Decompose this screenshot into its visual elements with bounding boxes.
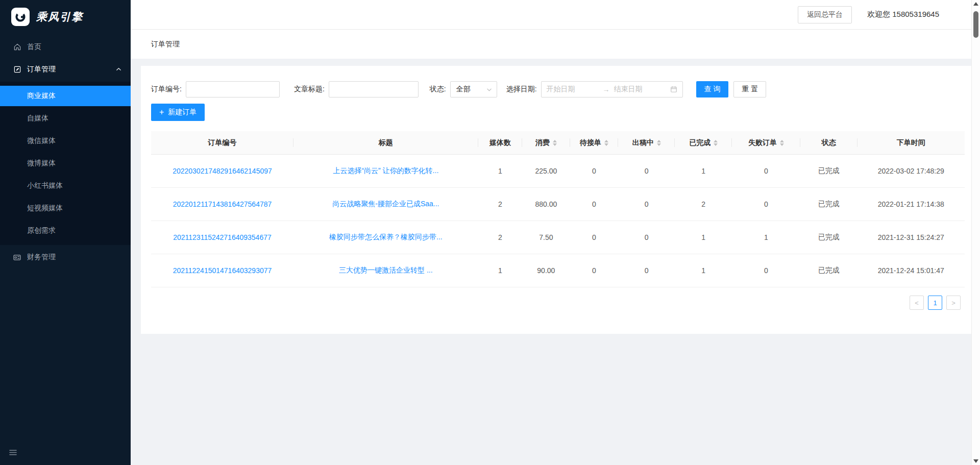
column-header-label: 下单时间 xyxy=(897,138,925,148)
order-number-link[interactable]: 2021122415014716403293077 xyxy=(151,266,293,275)
sidebar-item-home[interactable]: 首页 xyxy=(0,37,131,57)
sort-caret-icon[interactable] xyxy=(553,140,557,146)
article-title-label: 文章标题: xyxy=(294,85,325,94)
filter-row: 订单编号: 文章标题: 状态: 全部 选择日期: 开始日期 → xyxy=(151,81,965,97)
sidebar-subitem-微博媒体[interactable]: 微博媒体 xyxy=(0,153,131,174)
sidebar-subitem-商业媒体[interactable]: 商业媒体 xyxy=(0,86,131,106)
table-cell: 2021-12-31 15:24:27 xyxy=(857,233,965,241)
table-row: 2022030217482916462145097上云选择“尚云” 让你的数字化… xyxy=(151,155,965,188)
welcome-text: 欢迎您 15805319645 xyxy=(867,10,939,19)
topbar: 返回总平台 欢迎您 15805319645 xyxy=(131,0,980,30)
new-order-button-label: 新建订单 xyxy=(168,108,197,117)
content-area: 订单编号: 文章标题: 状态: 全部 选择日期: 开始日期 → xyxy=(131,59,980,465)
column-header-label: 消费 xyxy=(535,138,550,148)
column-header-待接单[interactable]: 待接单 xyxy=(570,131,618,154)
order-title-link[interactable]: 上云选择“尚云” 让你的数字化转... xyxy=(293,166,478,176)
order-no-input[interactable] xyxy=(186,81,280,97)
table-cell: 1 xyxy=(675,266,732,275)
table-cell: 2021-12-24 15:01:47 xyxy=(857,266,965,275)
order-number-link[interactable]: 2022012117143816427564787 xyxy=(151,200,293,208)
table-cell: 0 xyxy=(618,200,675,208)
article-title-input[interactable] xyxy=(329,81,419,97)
pagination: < 1 > xyxy=(151,296,965,310)
table-cell: 225.00 xyxy=(522,167,570,175)
sidebar-subitem-短视频媒体[interactable]: 短视频媒体 xyxy=(0,198,131,218)
home-icon xyxy=(13,43,21,52)
brand-name: 乘风引擎 xyxy=(36,10,83,24)
order-no-label: 订单编号: xyxy=(151,85,182,94)
order-title-link[interactable]: 橡胶同步带怎么保养？橡胶同步带... xyxy=(293,233,478,242)
window-scrollbar[interactable] xyxy=(971,0,980,465)
brand-logo-icon xyxy=(11,8,30,26)
sidebar-item-label: 财务管理 xyxy=(27,253,56,262)
new-order-button[interactable]: + 新建订单 xyxy=(151,104,205,121)
table-row: 2021122415014716403293077三大优势一键激活企业转型 ..… xyxy=(151,254,965,287)
sidebar-item-orders[interactable]: 订单管理 xyxy=(0,59,131,80)
table-cell: 90.00 xyxy=(522,266,570,275)
column-header-label: 已完成 xyxy=(689,138,710,148)
sort-caret-icon[interactable] xyxy=(657,140,661,146)
table-cell: 已完成 xyxy=(800,266,857,275)
column-header-label: 订单编号 xyxy=(208,138,236,148)
table-cell: 2022-01-21 17:14:38 xyxy=(857,200,965,208)
page-title: 订单管理 xyxy=(151,40,180,49)
order-title-link[interactable]: 尚云战略聚焦-腰部企业已成Saa... xyxy=(293,200,478,209)
sidebar-item-label: 首页 xyxy=(27,42,41,52)
pagination-prev-button[interactable]: < xyxy=(910,296,924,310)
chevron-down-icon xyxy=(486,87,492,92)
sidebar-collapse-icon[interactable] xyxy=(7,447,18,458)
table-cell: 2022-03-02 17:48:29 xyxy=(857,167,965,175)
table-cell: 已完成 xyxy=(800,200,857,209)
sidebar: 乘风引擎 首页 订单管理 商业媒体自媒体微信媒体微博媒体小红书媒体短视频媒体原创… xyxy=(0,0,131,465)
scrollbar-down-arrow-icon[interactable] xyxy=(973,459,978,463)
table-row: 2022012117143816427564787尚云战略聚焦-腰部企业已成Sa… xyxy=(151,188,965,221)
pagination-page-1[interactable]: 1 xyxy=(928,296,942,310)
column-header-出稿中[interactable]: 出稿中 xyxy=(618,131,675,154)
column-header-失败订单[interactable]: 失败订单 xyxy=(732,131,800,154)
column-header-媒体数: 媒体数 xyxy=(478,131,522,154)
column-header-label: 失败订单 xyxy=(748,138,777,148)
table-cell: 1 xyxy=(478,167,522,175)
sidebar-menu: 首页 订单管理 商业媒体自媒体微信媒体微博媒体小红书媒体短视频媒体原创需求 财务… xyxy=(0,37,131,267)
app-window: 乘风引擎 首页 订单管理 商业媒体自媒体微信媒体微博媒体小红书媒体短视频媒体原创… xyxy=(0,0,980,465)
table-cell: 已完成 xyxy=(800,233,857,242)
table-cell: 0 xyxy=(618,233,675,241)
table-row: 2021123115242716409354677橡胶同步带怎么保养？橡胶同步带… xyxy=(151,221,965,254)
back-to-platform-button[interactable]: 返回总平台 xyxy=(798,6,852,23)
sidebar-subitem-微信媒体[interactable]: 微信媒体 xyxy=(0,131,131,151)
order-number-link[interactable]: 2022030217482916462145097 xyxy=(151,167,293,175)
sidebar-subitem-自媒体[interactable]: 自媒体 xyxy=(0,108,131,129)
sort-caret-icon[interactable] xyxy=(780,140,784,146)
table-cell: 0 xyxy=(732,167,800,175)
sidebar-subitem-原创需求[interactable]: 原创需求 xyxy=(0,221,131,241)
table-header-row: 订单编号标题媒体数消费待接单出稿中已完成失败订单状态下单时间 xyxy=(151,131,965,155)
column-header-消费[interactable]: 消费 xyxy=(522,131,570,154)
reset-button[interactable]: 重 置 xyxy=(733,81,766,97)
order-form-icon xyxy=(13,65,21,74)
finance-icon xyxy=(13,253,21,262)
pagination-next-button[interactable]: > xyxy=(946,296,961,310)
sort-caret-icon[interactable] xyxy=(604,140,608,146)
column-header-已完成[interactable]: 已完成 xyxy=(675,131,732,154)
table-cell: 1 xyxy=(675,233,732,241)
sidebar-subitem-小红书媒体[interactable]: 小红书媒体 xyxy=(0,176,131,196)
order-card: 订单编号: 文章标题: 状态: 全部 选择日期: 开始日期 → xyxy=(141,66,975,334)
date-range-picker[interactable]: 开始日期 → 结束日期 xyxy=(541,81,683,97)
table-cell: 7.50 xyxy=(522,233,570,241)
scrollbar-thumb[interactable] xyxy=(973,11,978,38)
date-label: 选择日期: xyxy=(506,85,537,94)
order-title-link[interactable]: 三大优势一键激活企业转型 ... xyxy=(293,266,478,275)
table-cell: 0 xyxy=(570,200,618,208)
order-number-link[interactable]: 2021123115242716409354677 xyxy=(151,233,293,241)
scrollbar-up-arrow-icon[interactable] xyxy=(973,2,978,6)
column-header-label: 待接单 xyxy=(580,138,601,148)
table-cell: 1 xyxy=(478,266,522,275)
table-body: 2022030217482916462145097上云选择“尚云” 让你的数字化… xyxy=(151,155,965,287)
table-cell: 2 xyxy=(675,200,732,208)
sidebar-item-finance[interactable]: 财务管理 xyxy=(0,247,131,267)
table-cell: 0 xyxy=(618,266,675,275)
search-button[interactable]: 查 询 xyxy=(696,81,729,97)
status-select[interactable]: 全部 xyxy=(450,81,497,97)
sort-caret-icon[interactable] xyxy=(714,140,718,146)
table-cell: 1 xyxy=(675,167,732,175)
